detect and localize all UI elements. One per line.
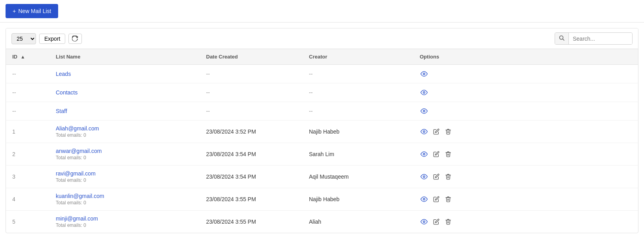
cell-id: 1	[6, 121, 49, 143]
view-button[interactable]	[420, 107, 428, 115]
id-value: 5	[12, 219, 15, 225]
list-name-link[interactable]: ravi@gmail.com	[56, 170, 193, 177]
delete-button[interactable]	[444, 218, 452, 226]
cell-date-created: --	[200, 102, 303, 121]
edit-icon	[433, 128, 439, 135]
cell-list-name: ravi@gmail.comTotal emails: 0	[49, 166, 200, 188]
cell-id: --	[6, 102, 49, 121]
sub-text: Total emails: 0	[56, 177, 193, 183]
list-name-link[interactable]: Aliah@gmail.com	[56, 125, 193, 132]
id-value: 4	[12, 196, 15, 202]
svg-line-1	[563, 39, 564, 41]
refresh-icon	[72, 36, 78, 42]
edit-button[interactable]	[432, 218, 440, 226]
edit-button[interactable]	[432, 128, 440, 136]
table-row: 2anwar@gmail.comTotal emails: 023/08/202…	[6, 143, 638, 166]
id-value: --	[12, 108, 16, 114]
cell-creator: --	[303, 102, 413, 121]
list-name-link[interactable]: anwar@gmail.com	[56, 148, 193, 154]
eye-icon	[420, 173, 428, 180]
cell-options	[413, 166, 638, 188]
table-row: --Leads----	[6, 65, 638, 83]
eye-icon	[420, 128, 428, 135]
refresh-button[interactable]	[68, 34, 82, 44]
view-button[interactable]	[420, 127, 428, 136]
column-header-date-created: Date Created	[200, 49, 303, 65]
export-button[interactable]: Export	[39, 34, 65, 44]
search-icon-button[interactable]	[555, 33, 569, 44]
trash-icon	[445, 219, 451, 225]
cell-date-created: 23/08/2024 3:55 PM	[200, 188, 303, 211]
cell-id: 5	[6, 211, 49, 233]
id-value: --	[12, 89, 16, 96]
cell-date-created: 23/08/2024 3:54 PM	[200, 166, 303, 188]
delete-button[interactable]	[444, 128, 452, 136]
edit-icon	[433, 196, 439, 202]
svg-point-8	[423, 198, 425, 200]
creator-value: Aliah	[309, 219, 321, 225]
eye-icon	[420, 151, 428, 158]
options-buttons	[420, 70, 632, 78]
view-button[interactable]	[420, 70, 428, 78]
svg-point-9	[423, 221, 425, 223]
table-row: 1Aliah@gmail.comTotal emails: 023/08/202…	[6, 121, 638, 143]
id-value: 1	[12, 128, 15, 135]
edit-button[interactable]	[432, 150, 440, 158]
delete-button[interactable]	[444, 150, 452, 158]
table-row: --Staff----	[6, 102, 638, 121]
table-header-row: ID ▲ List Name Date Created Creator Opti…	[6, 49, 638, 65]
svg-point-2	[423, 73, 425, 75]
date-value: --	[206, 71, 210, 77]
creator-value: --	[309, 108, 313, 114]
sub-text: Total emails: 0	[56, 200, 193, 206]
cell-options	[413, 65, 638, 83]
svg-point-4	[423, 110, 425, 112]
view-button[interactable]	[420, 88, 428, 97]
creator-value: Aqil Mustaqeem	[309, 173, 349, 180]
list-name-link[interactable]: kuanlin@gmail.com	[56, 193, 193, 199]
edit-button[interactable]	[432, 173, 440, 181]
list-name-link[interactable]: Leads	[56, 71, 193, 77]
cell-creator: --	[303, 65, 413, 83]
cell-options	[413, 102, 638, 121]
cell-date-created: 23/08/2024 3:54 PM	[200, 143, 303, 166]
table-row: 4kuanlin@gmail.comTotal emails: 023/08/2…	[6, 188, 638, 211]
list-name-link[interactable]: minji@gmail.com	[56, 215, 193, 222]
options-buttons	[420, 150, 632, 158]
date-value: 23/08/2024 3:55 PM	[206, 219, 256, 225]
cell-list-name: Aliah@gmail.comTotal emails: 0	[49, 121, 200, 143]
cell-creator: --	[303, 83, 413, 102]
view-button[interactable]	[420, 172, 428, 181]
cell-list-name: kuanlin@gmail.comTotal emails: 0	[49, 188, 200, 211]
date-value: --	[206, 89, 210, 96]
list-name-link[interactable]: Staff	[56, 108, 193, 114]
cell-id: --	[6, 83, 49, 102]
cell-list-name: Staff	[49, 102, 200, 121]
eye-icon	[420, 107, 428, 115]
eye-icon	[420, 70, 428, 77]
view-button[interactable]	[420, 150, 428, 158]
plus-icon: +	[13, 8, 16, 14]
options-buttons	[420, 127, 632, 136]
list-name-link[interactable]: Contacts	[56, 89, 193, 96]
per-page-select[interactable]: 25 10 50 100	[11, 33, 36, 44]
mail-list-table: ID ▲ List Name Date Created Creator Opti…	[6, 49, 638, 233]
trash-icon	[445, 151, 451, 157]
view-button[interactable]	[420, 195, 428, 204]
search-input[interactable]	[569, 33, 632, 44]
options-buttons	[420, 195, 632, 204]
column-header-creator: Creator	[303, 49, 413, 65]
delete-button[interactable]	[444, 173, 452, 181]
sub-text: Total emails: 0	[56, 132, 193, 138]
cell-options	[413, 143, 638, 166]
delete-button[interactable]	[444, 195, 452, 203]
sub-text: Total emails: 0	[56, 222, 193, 228]
options-buttons	[420, 172, 632, 181]
view-button[interactable]	[420, 217, 428, 226]
options-buttons	[420, 217, 632, 226]
edit-button[interactable]	[432, 195, 440, 203]
new-mail-button[interactable]: + New Mail List	[6, 4, 58, 18]
cell-list-name: anwar@gmail.comTotal emails: 0	[49, 143, 200, 166]
new-mail-button-label: New Mail List	[18, 8, 51, 14]
search-wrapper	[555, 32, 633, 45]
